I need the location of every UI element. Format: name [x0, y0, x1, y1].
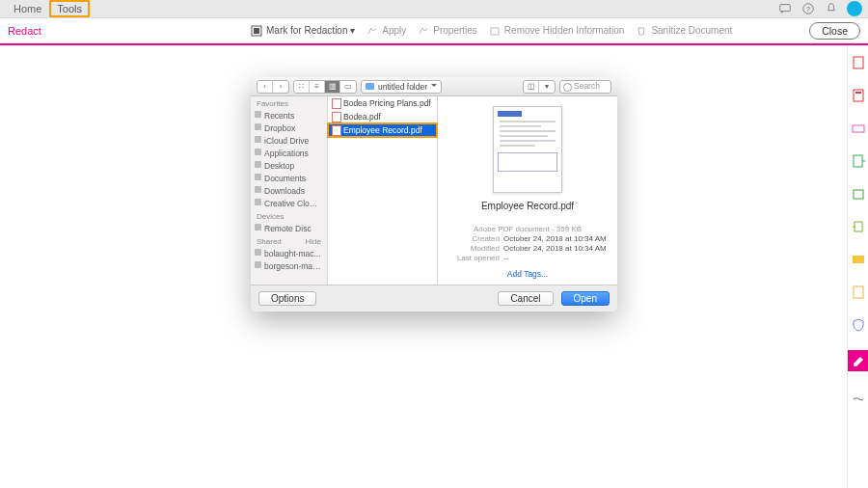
right-tool-rail [847, 45, 868, 488]
rail-redact-icon[interactable] [848, 350, 869, 371]
sidebar-item-icloud[interactable]: iCloud Drive [251, 134, 327, 147]
svg-rect-6 [854, 57, 863, 68]
open-file-dialog: ‹ › ∷ ≡ ▥ ▭ untitled folder ◫ ▾ Search F… [251, 77, 617, 312]
rail-icon-5[interactable] [851, 186, 866, 202]
properties-button[interactable]: Properties [418, 25, 477, 37]
view-mode-segment[interactable]: ∷ ≡ ▥ ▭ [293, 80, 357, 94]
sidebar-heading-shared: SharedHide [251, 234, 327, 247]
svg-rect-13 [853, 256, 864, 263]
rail-icon-4[interactable] [851, 153, 866, 169]
file-row[interactable]: Bodea Pricing Plans.pdf [328, 96, 437, 110]
svg-rect-12 [854, 222, 862, 231]
mark-for-redaction-button[interactable]: Mark for Redaction ▾ [251, 25, 355, 37]
folder-path-dropdown[interactable]: untitled folder [361, 80, 442, 94]
close-button[interactable]: Close [809, 22, 860, 40]
view-columns-icon[interactable]: ▥ [325, 81, 340, 93]
nav-back-forward[interactable]: ‹ › [257, 80, 289, 94]
remove-hidden-button[interactable]: Remove Hidden Information [489, 25, 625, 37]
rail-icon-6[interactable] [851, 219, 866, 234]
sidebar-heading-devices: Devices [251, 209, 327, 222]
cancel-button[interactable]: Cancel [498, 291, 553, 306]
tool-title: Redact [8, 25, 41, 37]
svg-rect-14 [854, 286, 863, 298]
sidebar-item-dropbox[interactable]: Dropbox [251, 122, 327, 134]
tab-home[interactable]: Home [6, 1, 49, 16]
rail-icon-11[interactable] [851, 389, 866, 404]
file-preview-pane: Employee Record.pdf Adobe PDF document -… [438, 96, 617, 285]
folder-icon [366, 83, 374, 90]
svg-rect-5 [491, 28, 499, 35]
dialog-toolbar: ‹ › ∷ ≡ ▥ ▭ untitled folder ◫ ▾ Search [251, 77, 617, 96]
chat-icon[interactable] [777, 1, 793, 16]
rail-icon-1[interactable] [851, 55, 866, 70]
dialog-footer: Options Cancel Open [251, 285, 617, 312]
view-gallery-icon[interactable]: ▭ [340, 81, 356, 93]
rail-icon-7[interactable] [851, 252, 866, 267]
file-list: Bodea Pricing Plans.pdf Bodea.pdf Employ… [328, 96, 438, 285]
sidebar-item-shared-2[interactable]: borgeson-mac... [251, 259, 327, 272]
accent-divider [0, 43, 868, 45]
options-button[interactable]: Options [258, 291, 316, 306]
preview-thumbnail [493, 106, 562, 193]
svg-rect-0 [780, 5, 791, 12]
sidebar-item-shared-1[interactable]: bolaught-mac... [251, 247, 327, 259]
svg-rect-8 [855, 92, 861, 94]
preview-metadata: Adobe PDF document - 359 KB CreatedOctob… [446, 225, 610, 263]
arrange-icon[interactable]: ◫ [524, 81, 539, 93]
apply-button[interactable]: Apply [366, 25, 406, 37]
svg-rect-10 [854, 155, 862, 167]
svg-rect-7 [854, 90, 863, 101]
app-top-bar: Home Tools ? [0, 0, 868, 18]
sidebar-item-applications[interactable]: Applications [251, 147, 327, 159]
svg-rect-4 [254, 28, 259, 34]
sidebar-item-downloads[interactable]: Downloads [251, 184, 327, 197]
sidebar-item-documents[interactable]: Documents [251, 172, 327, 184]
rail-icon-3[interactable] [851, 121, 866, 136]
sidebar-item-recents[interactable]: Recents [251, 109, 327, 122]
sidebar-item-remote-disc[interactable]: Remote Disc [251, 222, 327, 234]
file-row[interactable]: Bodea.pdf [328, 110, 437, 123]
add-tags-link[interactable]: Add Tags... [507, 269, 548, 279]
sanitize-button[interactable]: Sanitize Document [636, 25, 732, 37]
svg-text:?: ? [806, 6, 810, 13]
arrange-menu-icon[interactable]: ▾ [539, 81, 555, 93]
tab-tools[interactable]: Tools [49, 0, 90, 17]
rail-icon-2[interactable] [851, 88, 866, 103]
finder-sidebar: Favorites Recents Dropbox iCloud Drive A… [251, 96, 328, 285]
sidebar-hide-link[interactable]: Hide [306, 237, 321, 246]
open-button[interactable]: Open [561, 291, 610, 306]
redact-toolbar: Redact Mark for Redaction ▾ Apply Proper… [0, 18, 868, 43]
view-icons-icon[interactable]: ∷ [294, 81, 310, 93]
view-list-icon[interactable]: ≡ [310, 81, 325, 93]
nav-back-icon[interactable]: ‹ [258, 81, 273, 93]
rail-icon-8[interactable] [851, 285, 866, 300]
svg-rect-9 [853, 125, 864, 132]
svg-rect-11 [854, 190, 863, 199]
help-icon[interactable]: ? [800, 1, 816, 16]
sidebar-heading-favorites: Favorites [251, 96, 327, 109]
arrange-segment[interactable]: ◫ ▾ [523, 80, 556, 94]
file-row-selected[interactable]: Employee Record.pdf [328, 123, 437, 137]
nav-forward-icon[interactable]: › [273, 81, 288, 93]
preview-filename: Employee Record.pdf [481, 201, 574, 211]
bell-icon[interactable] [824, 1, 839, 16]
search-input[interactable]: Search [559, 80, 611, 94]
sidebar-item-creative-cloud[interactable]: Creative Cloud... [251, 197, 327, 209]
rail-icon-9[interactable] [851, 317, 866, 333]
avatar[interactable] [847, 1, 862, 16]
sidebar-item-desktop[interactable]: Desktop [251, 159, 327, 172]
